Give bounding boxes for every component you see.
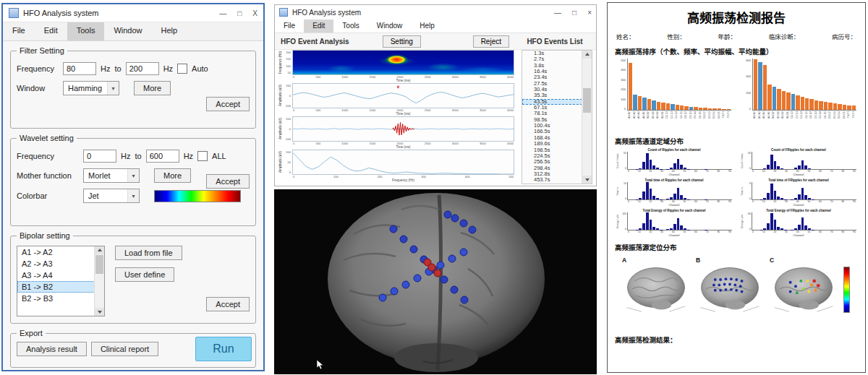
wavelet-freq-low-input[interactable]: 0 [83,150,116,163]
bipolar-channel-item[interactable]: B2 -> B3 [17,293,95,304]
scroll-up-icon[interactable] [95,246,104,254]
event-item[interactable]: 1.3s [522,51,582,56]
event-item[interactable]: 453.7s [522,177,582,183]
brain-3d-panel[interactable] [274,189,597,374]
user-define-button[interactable]: User define [115,267,174,282]
menu-window[interactable]: Window [104,22,151,40]
scroll-up-icon[interactable] [582,51,592,59]
menu-help[interactable]: Help [152,22,187,40]
load-from-file-button[interactable]: Load from file [115,246,182,260]
event-item[interactable]: 256.5s [522,159,582,165]
tick-label: A4-A5 [642,111,647,131]
bipolar-channel-item[interactable]: A3 -> A4 [17,270,95,281]
filtered-eeg-trace[interactable]: ∨ [292,83,514,108]
hist-ylabel: Energy / μV² [741,212,745,230]
event-item[interactable]: 30.4s [522,87,582,92]
minimize-button[interactable]: — [219,9,226,17]
wavelet-accept-button[interactable]: Accept [206,174,250,189]
tick-label: 50 [683,200,686,203]
titlebar[interactable]: HFO Analysis system — □ X [3,4,263,22]
filter-accept-button[interactable]: Accept [206,97,250,111]
maximize-button[interactable]: □ [572,9,576,17]
close-button[interactable]: X [252,9,258,17]
event-item[interactable]: 27.5s [522,81,582,87]
tick-label: D4-D5 [824,111,828,131]
wavelet-freq-high-input[interactable]: 600 [146,150,179,163]
event-item[interactable]: 166.5s [522,129,582,134]
reject-button[interactable]: Reject [473,35,509,48]
setting-button[interactable]: Setting [383,35,421,48]
menu-window[interactable]: Window [368,20,412,33]
bipolar-channel-item[interactable]: B1 -> B2 [17,281,95,293]
hfo-settings-window: HFO Analysis system — □ X File Edit Tool… [1,3,265,371]
channel-histograms-grid: Count of Ripples for each channel Count … [616,148,856,237]
tick-label: E3-E4 [838,111,842,131]
power-spectrum-curve[interactable] [292,150,514,175]
y-ticks: 5004003002001000 [618,59,627,111]
mother-function-select[interactable]: Morlet ▾ [83,168,140,183]
event-item[interactable]: 98.5s [522,117,582,123]
events-scrollbar[interactable] [582,51,592,184]
bar-series [752,59,856,111]
screenshot-root: HFO Analysis system — □ X File Edit Tool… [0,0,868,375]
maximize-button[interactable]: □ [237,9,242,17]
event-item[interactable]: 67.1s [522,105,582,111]
bipolar-channel-item[interactable]: A1 -> A2 [17,246,95,258]
event-item[interactable]: 43.5s [522,99,582,105]
clinical-report-button[interactable]: Clinical report [91,342,158,356]
minimize-button[interactable]: — [554,9,561,17]
filter-freq-high-input[interactable]: 200 [126,62,159,75]
wavelet-more-button[interactable]: More [154,168,191,183]
event-item[interactable]: 23.4s [522,74,582,80]
section-result-heading: 高频振荡检测结果： [615,335,858,345]
scroll-thumb[interactable] [583,88,591,113]
menu-tools[interactable]: Tools [333,20,367,33]
bipolar-accept-button[interactable]: Accept [206,297,250,311]
event-item[interactable]: 168.4s [522,135,582,141]
close-button[interactable]: × [587,9,592,17]
window-label: Window [17,84,59,92]
hist-xlabel: Channel [741,173,856,176]
menu-edit[interactable]: Edit [35,22,67,40]
event-item[interactable]: 35.3s [522,92,582,98]
bar [833,103,837,110]
y-ticks: 1000-100 [284,83,292,116]
analysis-result-button[interactable]: Analysis result [17,342,87,356]
event-item[interactable]: 189.6s [522,141,582,147]
scroll-down-icon[interactable] [582,176,592,184]
filter-freq-low-input[interactable]: 80 [63,62,96,75]
event-item[interactable]: 16.4s [522,69,582,74]
event-item[interactable]: 100.4s [522,123,582,129]
event-item[interactable]: 198.5s [522,147,582,153]
menu-tools[interactable]: Tools [67,22,105,40]
event-item[interactable]: 298.4s [522,165,582,171]
titlebar[interactable]: HFO Analysis system — □ × [275,5,596,20]
colorbar-select[interactable]: Jet ▾ [83,189,140,203]
window-function-select[interactable]: Hamming ▾ [63,81,119,95]
menu-file[interactable]: File [3,22,35,40]
events-list[interactable]: 1.3s2.7s3.8s16.4s23.4s27.5s30.4s35.3s43.… [522,51,582,184]
auto-checkbox[interactable] [177,64,187,74]
event-item[interactable]: 2.7s [522,56,582,62]
event-item[interactable]: 312.8s [522,171,582,177]
bipolar-scrollbar[interactable] [94,246,104,316]
bipolar-channel-item[interactable]: A2 -> A3 [17,258,95,270]
menu-file[interactable]: File [275,20,304,33]
tick-label: 10 [762,230,765,233]
event-item[interactable]: 78.1s [522,111,582,116]
run-button[interactable]: Run [195,337,252,361]
event-item[interactable]: 224.5s [522,153,582,159]
scroll-thumb[interactable] [95,255,103,274]
scroll-down-icon[interactable] [95,308,104,316]
event-item[interactable]: 3.8s [522,63,582,69]
hfo-band-trace[interactable] [292,116,514,142]
time-frequency-heatmap[interactable] [292,50,514,75]
filter-more-button[interactable]: More [134,81,171,95]
brain-mesh-c [770,264,838,313]
all-checkbox[interactable] [197,151,208,161]
menu-edit[interactable]: Edit [304,20,333,33]
bipolar-channel-listbox[interactable]: A1 -> A2A2 -> A3A3 -> A4B1 -> B2B2 -> B3 [17,246,105,316]
bipolar-setting-group: Bipolar setting A1 -> A2A2 -> A3A3 -> A4… [10,231,256,324]
menu-help[interactable]: Help [411,20,443,33]
tick-label: 50 [288,71,291,74]
